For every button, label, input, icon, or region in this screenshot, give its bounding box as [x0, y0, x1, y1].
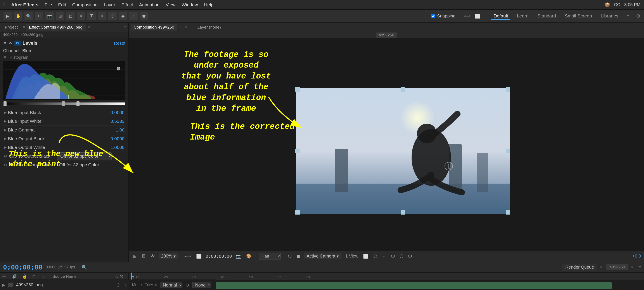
- expand-levels-arrow[interactable]: ▼: [3, 41, 7, 46]
- view-menu-item[interactable]: View: [166, 2, 176, 7]
- handle-bottom-right[interactable]: [506, 210, 510, 215]
- effect-controls-tab[interactable]: Effect Controls 499×260.jpeg: [26, 24, 86, 30]
- handle-bottom-left[interactable]: [295, 210, 300, 215]
- viewer-camera-icon[interactable]: 📷: [235, 253, 242, 260]
- animation-menu-item[interactable]: Animation: [139, 2, 160, 7]
- slider-track[interactable]: [3, 103, 126, 105]
- comp-tab[interactable]: Composition 499×260: [131, 24, 177, 30]
- active-camera-dropdown[interactable]: Active Camera ▾: [304, 253, 342, 259]
- comp-settings-icon[interactable]: ≡: [184, 25, 187, 29]
- comp-timeline-tab[interactable]: 499×260: [606, 264, 628, 270]
- render-queue-tab[interactable]: Render Queue: [562, 264, 597, 271]
- viewer-extra-5[interactable]: ⬡: [399, 253, 404, 260]
- workspace-tab-learn[interactable]: Learn: [515, 12, 531, 20]
- mask-tool-btn[interactable]: ◻: [66, 12, 75, 20]
- viewer-eye-icon[interactable]: 👁: [150, 253, 156, 260]
- histogram-options-dot[interactable]: [117, 67, 120, 70]
- help-menu-item[interactable]: Help: [204, 2, 214, 7]
- edit-menu-item[interactable]: Edit: [58, 2, 66, 7]
- clip-output-black-dropdown[interactable]: Off for 32 bpc Color: [57, 152, 112, 160]
- rotation-tool-btn[interactable]: ↻: [35, 12, 43, 20]
- text-tool-btn[interactable]: T: [88, 12, 96, 20]
- pen-tool-btn[interactable]: ✒: [77, 12, 85, 20]
- blue-gamma-value[interactable]: 1.00: [107, 127, 124, 133]
- viewer-snap-icon[interactable]: ⟺: [184, 253, 192, 260]
- handle-right-mid[interactable]: [506, 149, 510, 153]
- comp-tab-close[interactable]: ×: [179, 25, 181, 29]
- workspace-tab-standard[interactable]: Standard: [535, 12, 558, 20]
- viewer-fps-icon[interactable]: ⬡: [287, 253, 292, 260]
- param-expand-icon-3[interactable]: ▶: [4, 128, 6, 132]
- timeline-timecode[interactable]: 0;00;00;00: [3, 263, 42, 271]
- viewer-extra-2[interactable]: ⬡: [372, 253, 378, 260]
- black-point-thumb[interactable]: [4, 101, 6, 106]
- blue-output-white-value[interactable]: 1.0000: [107, 145, 124, 150]
- viewer-monitor-icon[interactable]: 🖥: [140, 253, 146, 260]
- hand-tool-btn[interactable]: ✋: [14, 12, 22, 20]
- blue-input-black-value[interactable]: 0.0000: [107, 110, 124, 115]
- select-tool-btn[interactable]: ▶: [4, 12, 12, 20]
- app-menu-item[interactable]: After Effects: [11, 2, 38, 7]
- window-menu-item[interactable]: Window: [182, 2, 198, 7]
- effect-controls-tab-close[interactable]: ×: [88, 25, 90, 29]
- handle-bottom-mid[interactable]: [401, 210, 405, 215]
- eraser-tool-btn[interactable]: ◈: [119, 12, 127, 20]
- workspace-settings-icon[interactable]: ⚙: [636, 13, 640, 19]
- viewer-grid-icon[interactable]: ⊞: [132, 253, 138, 260]
- viewer-extra-1[interactable]: ⬜: [362, 253, 370, 260]
- param-expand-icon[interactable]: ▶: [4, 110, 6, 115]
- layer-tab[interactable]: Layer (none): [194, 24, 224, 30]
- project-tab[interactable]: Project: [2, 24, 21, 30]
- viewer-grid2-icon[interactable]: ⬜: [195, 253, 202, 260]
- viewer-color-icon[interactable]: 🎨: [245, 253, 252, 260]
- panel-menu-btn[interactable]: ≡: [124, 25, 127, 30]
- viewer-extra-3[interactable]: ↔: [381, 253, 387, 260]
- handle-left-mid[interactable]: [295, 149, 300, 153]
- file-menu-item[interactable]: File: [44, 2, 52, 7]
- white-point-thumb[interactable]: [76, 101, 80, 106]
- shape-tool-btn[interactable]: ⬟: [140, 12, 148, 20]
- brush-tool-btn[interactable]: ✏: [98, 12, 106, 20]
- param-expand-icon-5[interactable]: ▶: [4, 145, 6, 149]
- handle-top-left[interactable]: [295, 87, 300, 92]
- layer-bottom-expand[interactable]: ▶: [2, 283, 5, 288]
- viewer-extra-4[interactable]: ⬡: [390, 253, 396, 260]
- reset-button[interactable]: Reset: [114, 41, 126, 46]
- layer-menu-item[interactable]: Layer: [104, 2, 115, 7]
- blue-output-black-value[interactable]: 0.0000: [107, 136, 124, 141]
- comp-timeline-close[interactable]: ×: [631, 265, 633, 269]
- workspace-tab-libraries[interactable]: Libraries: [598, 12, 621, 20]
- handle-top-right[interactable]: [506, 87, 510, 92]
- composition-menu-item[interactable]: Composition: [72, 2, 98, 7]
- mode-select[interactable]: Normal: [160, 282, 182, 288]
- puppet-tool-btn[interactable]: ☆: [129, 12, 138, 20]
- snapping-checkbox[interactable]: [431, 14, 436, 18]
- comp-viewport[interactable]: The footage is sounder exposedthat you h…: [129, 38, 644, 250]
- dropbox-icon: 📦: [605, 2, 610, 7]
- camera-tool-btn[interactable]: 📷: [46, 12, 54, 20]
- viewer-extra-6[interactable]: ⬡: [407, 253, 413, 260]
- workspace-tab-default[interactable]: Default: [491, 12, 510, 20]
- view-layout-btn[interactable]: 1 View: [344, 253, 359, 260]
- zoom-dropdown[interactable]: 200% ▾: [159, 253, 178, 259]
- trkmat-select[interactable]: None: [192, 282, 211, 288]
- timeline-menu-icon[interactable]: ≡: [638, 265, 641, 270]
- histogram-expand-arrow[interactable]: ▼: [3, 55, 7, 60]
- quality-dropdown[interactable]: Half: [259, 253, 281, 260]
- blue-input-white-value[interactable]: 0.5333: [107, 119, 124, 124]
- handle-top-mid[interactable]: [401, 87, 405, 92]
- pan-tool-btn[interactable]: ⊞: [56, 12, 64, 20]
- stamp-tool-btn[interactable]: ⬡: [108, 12, 117, 20]
- midpoint-thumb[interactable]: [62, 101, 65, 106]
- zoom-tool-btn[interactable]: 🔍: [24, 12, 33, 20]
- fx-visibility-icon[interactable]: 👁: [9, 41, 13, 46]
- project-tab-close[interactable]: ×: [23, 25, 25, 29]
- workspace-tab-small[interactable]: Small Screen: [562, 12, 594, 20]
- param-expand-icon-2[interactable]: ▶: [4, 119, 6, 123]
- workspace-tab-more[interactable]: »: [625, 12, 632, 20]
- effect-menu-item[interactable]: Effect: [121, 2, 133, 7]
- render-queue-close[interactable]: ×: [600, 265, 602, 269]
- param-expand-icon-4[interactable]: ▶: [4, 137, 6, 141]
- timeline-search-icon[interactable]: 🔍: [82, 265, 87, 270]
- viewer-render-icon[interactable]: ◼: [296, 253, 301, 260]
